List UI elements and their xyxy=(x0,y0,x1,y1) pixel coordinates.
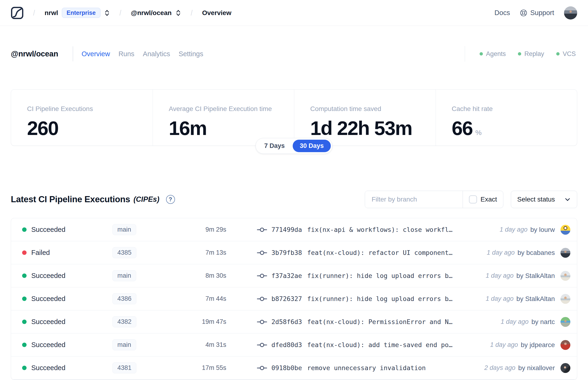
workspace-selector[interactable]: @nrwl/ocean xyxy=(131,9,181,17)
table-row[interactable]: Failed 4385 7m 13s 3b79fb38 feat(nx-clou… xyxy=(11,241,577,264)
status-dot xyxy=(518,52,521,56)
tab-analytics[interactable]: Analytics xyxy=(143,50,170,58)
commit-hash: 3b79fb38 xyxy=(271,249,302,256)
status-select-label: Select status xyxy=(517,196,555,203)
exact-checkbox[interactable] xyxy=(469,195,477,203)
integration-agents[interactable]: Agents xyxy=(480,50,506,57)
git-commit-icon xyxy=(257,272,267,279)
chevron-down-icon xyxy=(564,196,571,203)
integration-vcs[interactable]: VCS xyxy=(556,50,576,57)
stat-value: 1d 22h 53m xyxy=(310,118,436,138)
status-dot xyxy=(22,228,27,232)
branch-badge[interactable]: main xyxy=(113,339,136,351)
author: by lourw xyxy=(530,226,555,233)
stat-label: Average CI Pipeline Execution time xyxy=(169,105,294,113)
meta-cell: 1 day ago by jdpearce xyxy=(490,340,570,350)
table-row[interactable]: Succeeded main 9m 29s 771499da fix(nx-ap… xyxy=(11,218,577,241)
nx-cloud-logo-icon[interactable] xyxy=(11,7,23,19)
branch-badge[interactable]: main xyxy=(113,270,136,282)
commit-hash: b8726327 xyxy=(271,295,302,303)
stats-cards: CI Pipeline Executions 260 Average CI Pi… xyxy=(11,89,577,146)
branch-filter-input[interactable] xyxy=(365,191,463,208)
meta-cell: 1 day ago by lourw xyxy=(500,225,570,235)
status-select-dropdown[interactable]: Select status xyxy=(511,191,577,208)
commit-message: feat(nx-cloud): refactor UI component… xyxy=(307,249,453,256)
commit-message: fix(runner): hide log upload errors b… xyxy=(307,295,453,303)
integration-label: VCS xyxy=(563,50,576,57)
git-commit-icon xyxy=(257,249,267,256)
integration-replay[interactable]: Replay xyxy=(518,50,544,57)
author: by StalkAltan xyxy=(516,272,555,280)
help-icon[interactable]: ? xyxy=(166,195,175,204)
avatar xyxy=(560,271,570,281)
avatar xyxy=(560,248,570,258)
branch-badge[interactable]: 4385 xyxy=(113,247,136,258)
status-label: Succeeded xyxy=(31,318,65,326)
commit-cell: f37a32ae fix(runner): hide log upload er… xyxy=(226,272,486,279)
branch-badge[interactable]: 4386 xyxy=(113,293,136,304)
divider xyxy=(73,46,73,61)
git-commit-icon xyxy=(257,342,267,348)
commit-hash: 771499da xyxy=(271,226,302,233)
status-dot xyxy=(22,297,27,301)
author: by nixallover xyxy=(518,364,555,372)
status-cell: Succeeded xyxy=(22,341,113,349)
tab-overview[interactable]: Overview xyxy=(82,50,110,58)
integration-label: Replay xyxy=(524,50,544,57)
breadcrumb-separator: / xyxy=(191,8,193,18)
commit-cell: 2d58f6d3 feat(nx-cloud): PermissionError… xyxy=(226,318,501,325)
avatar xyxy=(560,317,570,327)
status-dot xyxy=(22,342,27,347)
branch-badge[interactable]: 4382 xyxy=(113,316,136,327)
table-row[interactable]: Succeeded 4381 17m 55s 0918b0be remove u… xyxy=(11,357,577,380)
topbar: / nrwl Enterprise / @nrwl/ocean / Overvi… xyxy=(0,0,588,26)
duration: 4m 31s xyxy=(180,341,226,348)
table-row[interactable]: Succeeded 4386 7m 44s b8726327 fix(runne… xyxy=(11,287,577,310)
avatar xyxy=(560,363,570,373)
stat-value: 16m xyxy=(169,118,294,138)
support-link[interactable]: Support xyxy=(520,9,554,17)
table-row[interactable]: Succeeded main 4m 31s dfed80d3 feat(nx-c… xyxy=(11,333,577,357)
chevron-updown-icon[interactable] xyxy=(104,9,110,17)
page-title: @nrwl/ocean xyxy=(11,49,58,58)
commit-hash: dfed80d3 xyxy=(271,341,302,348)
user-avatar[interactable] xyxy=(564,6,577,19)
time-ago: 1 day ago xyxy=(490,341,518,348)
stat-ci-pipeline-executions: CI Pipeline Executions 260 xyxy=(11,90,153,146)
branch-badge[interactable]: 4381 xyxy=(113,362,136,374)
table-row[interactable]: Succeeded main 8m 30s f37a32ae fix(runne… xyxy=(11,264,577,287)
commit-message: fix(runner): hide log upload errors b… xyxy=(307,272,453,279)
status-cell: Succeeded xyxy=(22,318,113,326)
stat-computation-time-saved: Computation time saved 1d 22h 53m xyxy=(294,90,436,146)
status-dot xyxy=(22,250,27,255)
commit-cell: 3b79fb38 feat(nx-cloud): refactor UI com… xyxy=(226,249,487,256)
git-commit-icon xyxy=(257,365,267,371)
status-dot xyxy=(22,273,27,278)
breadcrumb-separator: / xyxy=(33,8,35,18)
branch-badge[interactable]: main xyxy=(113,224,136,235)
chevron-updown-icon[interactable] xyxy=(175,9,181,17)
stat-label: Computation time saved xyxy=(310,105,436,113)
commit-message: feat(nx-cloud): add time-saved end po… xyxy=(307,341,453,348)
time-ago: 1 day ago xyxy=(486,295,514,303)
stat-label: CI Pipeline Executions xyxy=(27,105,153,113)
table-row[interactable]: Succeeded 4382 19m 47s 2d58f6d3 feat(nx-… xyxy=(11,310,577,333)
cipe-table: Succeeded main 9m 29s 771499da fix(nx-ap… xyxy=(11,218,577,380)
tab-runs[interactable]: Runs xyxy=(118,50,134,58)
org-selector[interactable]: nrwl Enterprise xyxy=(44,8,110,18)
exact-label: Exact xyxy=(480,196,497,203)
git-commit-icon xyxy=(257,319,267,325)
time-ago: 1 day ago xyxy=(487,249,515,256)
status-label: Succeeded xyxy=(31,364,65,372)
range-30-days[interactable]: 30 Days xyxy=(293,140,331,152)
branch-cell: 4385 xyxy=(113,247,180,258)
author: by jdpearce xyxy=(521,341,555,349)
stat-value: 260 xyxy=(27,118,153,138)
workspace-name: @nrwl/ocean xyxy=(131,9,172,17)
topbar-actions: Docs Support xyxy=(494,6,577,19)
commit-hash: f37a32ae xyxy=(271,272,302,279)
duration: 7m 44s xyxy=(180,295,226,303)
range-7-days[interactable]: 7 Days xyxy=(257,140,292,152)
docs-link[interactable]: Docs xyxy=(494,9,510,17)
tab-settings[interactable]: Settings xyxy=(178,50,203,58)
